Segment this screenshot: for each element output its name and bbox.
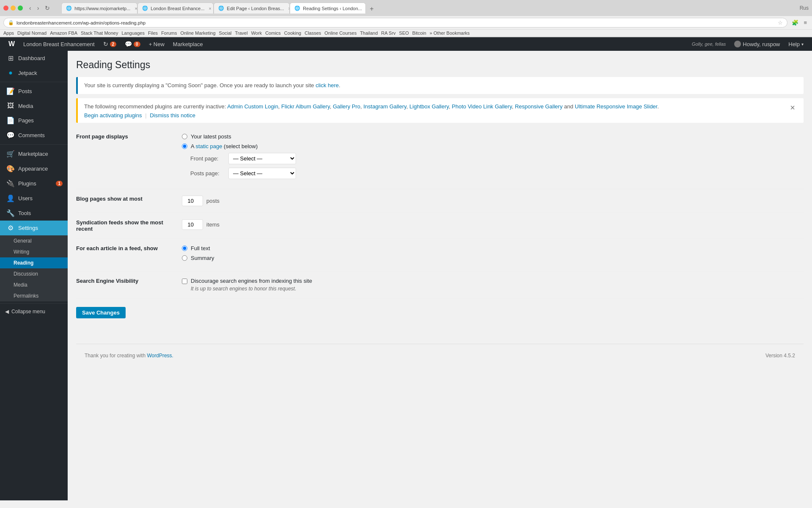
browser-tab-3[interactable]: 🌐 Edit Page ‹ London Breas... × (214, 3, 290, 14)
bookmark-comics[interactable]: Comics (265, 30, 281, 36)
wp-logo-button[interactable]: W (4, 37, 19, 51)
plugin-link-lightbox-gallery[interactable]: Lightbox Gallery (409, 103, 449, 110)
syndication-input[interactable] (182, 219, 203, 230)
sidebar-item-posts[interactable]: 📝 Posts (0, 84, 68, 99)
search-engine-checkbox[interactable] (182, 279, 187, 284)
admin-bar-site-name[interactable]: London Breast Enhancement (19, 37, 99, 51)
bookmark-bitcoin[interactable]: Bitcoin (412, 30, 426, 36)
bookmark-work[interactable]: Work (251, 30, 262, 36)
summary-radio[interactable] (182, 255, 187, 261)
dismiss-notice-link[interactable]: Dismiss this notice (150, 112, 195, 119)
blog-pages-input[interactable] (182, 196, 203, 206)
bookmark-thailand[interactable]: Thailand (360, 30, 378, 36)
extensions-icon[interactable]: 🧩 (790, 19, 800, 27)
tab-label-2: London Breast Enhance... (151, 6, 204, 11)
wp-footer: Thank you for creating with WordPress. V… (76, 344, 804, 363)
tab-close-2[interactable]: × (209, 6, 211, 11)
latest-posts-radio[interactable] (182, 134, 187, 139)
static-page-sub-options: Front page: — Select — Posts page: — Sel… (190, 153, 804, 179)
bookmark-classes[interactable]: Classes (304, 30, 321, 36)
browser-back-button[interactable]: ‹ (27, 4, 33, 12)
sidebar-item-settings[interactable]: ⚙ Settings (0, 221, 68, 235)
browser-minimize-dot[interactable] (11, 6, 16, 11)
sidebar-item-tools[interactable]: 🔧 Tools (0, 206, 68, 221)
notice-dismiss-button[interactable]: × (788, 102, 797, 113)
begin-activating-link[interactable]: Begin activating plugins (84, 112, 142, 119)
star-icon[interactable]: ☆ (778, 19, 783, 26)
bookmark-files[interactable]: Files (148, 30, 158, 36)
sidebar-sub-discussion[interactable]: Discussion (0, 268, 68, 279)
sidebar-item-users[interactable]: 👤 Users (0, 191, 68, 206)
sidebar-item-plugins[interactable]: 🔌 Plugins 1 (0, 176, 68, 191)
admin-bar-updates[interactable]: ↻ 2 (99, 37, 121, 51)
bookmark-apps[interactable]: Apps (3, 30, 14, 36)
wordpress-link[interactable]: WordPress. (147, 353, 173, 359)
new-tab-button[interactable]: + (368, 4, 376, 14)
tab-close-1[interactable]: × (134, 6, 137, 11)
notice-click-here-link[interactable]: click here (315, 82, 339, 88)
plugin-link-instagram-gallery[interactable]: Instagram Gallery (363, 103, 406, 110)
pages-icon: 📄 (6, 116, 15, 124)
browser-close-dot[interactable] (3, 6, 8, 11)
admin-bar-comments[interactable]: 💬 0 (121, 37, 145, 51)
admin-bar-marketplace[interactable]: Marketplace (169, 37, 207, 51)
save-changes-button[interactable]: Save Changes (76, 307, 126, 318)
help-label: Help (788, 41, 800, 47)
browser-forward-button[interactable]: › (35, 4, 41, 12)
browser-tab-4[interactable]: 🌐 Reading Settings ‹ London... × (290, 3, 366, 14)
plugin-link-flickr-album-gallery[interactable]: Flickr Album Gallery (281, 103, 330, 110)
sidebar-sub-general[interactable]: General (0, 235, 68, 246)
bookmark-other[interactable]: » Other Bookmarks (430, 30, 470, 36)
static-page-radio[interactable] (182, 144, 187, 149)
admin-bar-new[interactable]: + New (145, 37, 169, 51)
plugin-link-responsive-gallery[interactable]: Responsive Gallery (515, 103, 562, 110)
bookmark-stack-that-money[interactable]: Stack That Money (81, 30, 118, 36)
bookmark-ra-srv[interactable]: RA Srv (381, 30, 395, 36)
bookmark-amazon-fba[interactable]: Amazon FBA (50, 30, 77, 36)
browser-tab-1[interactable]: 🌐 https://www.mojomarketp... × (61, 3, 137, 14)
bookmark-languages[interactable]: Languages (121, 30, 144, 36)
full-text-radio[interactable] (182, 246, 187, 251)
browser-refresh-button[interactable]: ↻ (43, 4, 52, 12)
sidebar-collapse-button[interactable]: ◀ Collapse menu (0, 305, 68, 318)
plugin-link-gallery-pro[interactable]: Gallery Pro (333, 103, 360, 110)
menu-icon[interactable]: ≡ (802, 19, 809, 27)
sidebar: ⊞ Dashboard ● Jetpack 📝 Posts 🖼 Media 📄 … (0, 51, 68, 500)
front-page-select[interactable]: — Select — (228, 153, 296, 164)
admin-bar-help[interactable]: Help ▾ (784, 37, 808, 51)
sidebar-item-pages[interactable]: 📄 Pages (0, 113, 68, 128)
sidebar-sub-reading[interactable]: Reading (0, 257, 68, 268)
bookmark-travel[interactable]: Travel (235, 30, 248, 36)
blog-pages-row: Blog pages show at most posts (76, 189, 804, 213)
sidebar-item-label-tools: Tools (18, 210, 31, 216)
plugin-link-admin-custom-login[interactable]: Admin Custom Login (227, 103, 278, 110)
sidebar-sub-writing[interactable]: Writing (0, 246, 68, 257)
bookmark-cooking[interactable]: Cooking (284, 30, 301, 36)
admin-bar-user-greeting[interactable]: Howdy, ruspow (730, 37, 784, 51)
sidebar-sub-permalinks[interactable]: Permalinks (0, 290, 68, 301)
bookmark-online-marketing[interactable]: Online Marketing (180, 30, 215, 36)
sidebar-item-dashboard[interactable]: ⊞ Dashboard (0, 51, 68, 66)
bookmark-digital-nomad[interactable]: Digital Nomad (17, 30, 47, 36)
sidebar-item-jetpack[interactable]: ● Jetpack (0, 66, 68, 80)
settings-icon: ⚙ (6, 224, 15, 232)
browser-maximize-dot[interactable] (18, 6, 23, 11)
sidebar-sub-media[interactable]: Media (0, 279, 68, 290)
posts-page-select[interactable]: — Select — (228, 168, 296, 179)
sidebar-item-media[interactable]: 🖼 Media (0, 99, 68, 113)
bookmark-social[interactable]: Social (219, 30, 232, 36)
blog-pages-label: Blog pages show at most (76, 189, 182, 213)
bookmark-online-courses[interactable]: Online Courses (324, 30, 357, 36)
static-page-option: A static page (select below) (182, 143, 804, 149)
static-page-link[interactable]: static page (196, 143, 222, 149)
plugin-link-ultimate-responsive[interactable]: Ultimate Responsive Image Slider (575, 103, 657, 110)
sidebar-separator-3 (0, 303, 68, 304)
browser-tab-2[interactable]: 🌐 London Breast Enhance... × (137, 3, 214, 14)
sidebar-item-appearance[interactable]: 🎨 Appearance (0, 161, 68, 176)
browser-address-bar[interactable]: 🔒 londonbreastenhancement.com/wp-admin/o… (3, 18, 787, 28)
sidebar-item-comments[interactable]: 💬 Comments (0, 128, 68, 143)
sidebar-item-marketplace[interactable]: 🛒 Marketplace (0, 146, 68, 161)
bookmark-forums[interactable]: Forums (161, 30, 177, 36)
plugin-link-photo-video[interactable]: Photo Video Link Gallery (452, 103, 512, 110)
bookmark-seo[interactable]: SEO (399, 30, 409, 36)
